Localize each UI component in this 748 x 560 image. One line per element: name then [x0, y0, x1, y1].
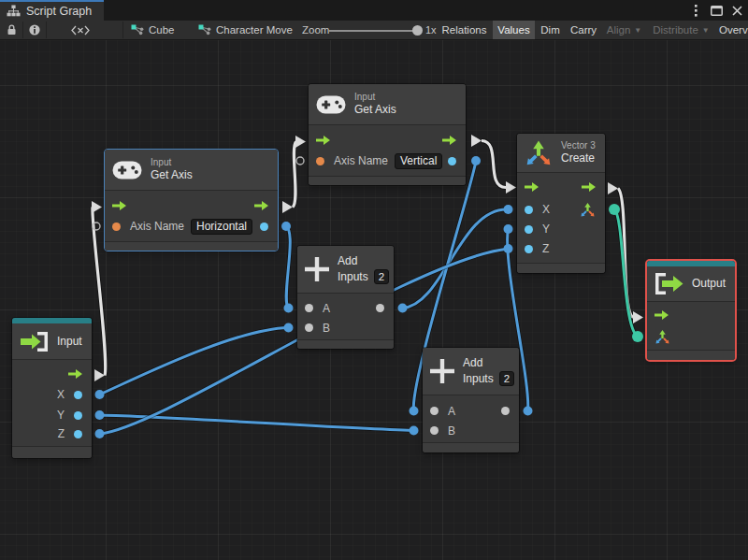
code-preview-button[interactable] [47, 21, 114, 39]
port-dot[interactable] [501, 407, 510, 415]
node-vector3-create[interactable]: Vector 3CreateXYZ [517, 134, 605, 273]
port-label: Y [57, 409, 65, 421]
node-inputs-label: Inputs [463, 372, 494, 386]
port-group-left: Z [525, 243, 549, 254]
node-row: Z [517, 238, 605, 259]
port-label: Z [58, 428, 65, 439]
toolbar-button-carry[interactable]: Carry [566, 21, 601, 39]
node-add-1[interactable]: AddInputs2AB [297, 246, 394, 349]
breadcrumb-label: Cube [149, 24, 175, 36]
port-label: Axis Name [334, 155, 388, 166]
vector3-icon [525, 139, 553, 167]
node-row [517, 177, 605, 197]
port-group-left [316, 136, 330, 145]
node-row: B [297, 318, 394, 338]
info-button[interactable] [23, 21, 46, 39]
port-dot[interactable] [448, 157, 456, 165]
node-header: Vector 3Create [517, 134, 605, 173]
node-get-axis-vertical[interactable]: InputGet AxisAxis NameVertical [309, 84, 466, 185]
port-group-right [68, 369, 82, 379]
port-dot[interactable] [74, 430, 82, 438]
node-row [12, 364, 92, 384]
port-dot[interactable] [316, 157, 324, 165]
node-output[interactable]: Output [647, 261, 735, 360]
zoom-slider-handle[interactable] [412, 25, 423, 36]
breadcrumb-character-move[interactable]: Character Move [198, 21, 293, 39]
close-icon[interactable] [730, 4, 743, 17]
port-dot[interactable] [305, 323, 313, 332]
flow-arrow-icon[interactable] [582, 182, 596, 192]
toolbar-button-overview[interactable]: Overview [716, 21, 748, 39]
port-dot[interactable] [305, 304, 313, 312]
zoom-slider-track[interactable] [329, 30, 421, 32]
node-header-text: Vector 3Create [561, 140, 596, 165]
node-inputs-count-field[interactable]: 2 [499, 371, 514, 386]
graph-icon [198, 24, 211, 36]
port-dot[interactable] [112, 223, 121, 231]
port-dot[interactable] [525, 206, 533, 214]
flow-arrow-icon[interactable] [112, 201, 126, 210]
port-group-left: Axis NameHorizontal [112, 219, 252, 235]
vector3-port-icon[interactable] [654, 329, 670, 345]
maximize-icon[interactable] [710, 4, 723, 17]
node-input[interactable]: InputXYZ [12, 318, 92, 458]
port-group-right: Z [58, 428, 82, 439]
flow-arrow-icon[interactable] [316, 136, 330, 145]
port-group-left [525, 182, 539, 192]
breadcrumb-cube[interactable]: Cube [131, 21, 175, 39]
flow-arrow-icon[interactable] [525, 182, 539, 192]
toolbar-button-distribute[interactable]: Distribute▼ [647, 21, 715, 39]
port-dot[interactable] [74, 411, 82, 420]
flow-arrow-icon[interactable] [442, 136, 456, 145]
flow-arrow-icon[interactable] [254, 201, 268, 210]
node-row [309, 130, 466, 151]
info-icon [29, 24, 40, 36]
port-dot[interactable] [430, 407, 439, 415]
port-value-field[interactable]: Vertical [395, 153, 442, 169]
node-footer [297, 339, 394, 349]
port-dot[interactable] [430, 426, 439, 435]
node-row: Y [517, 219, 605, 239]
port-dot[interactable] [260, 223, 268, 231]
port-group-left: A [430, 406, 455, 417]
toolbar-button-values[interactable]: Values [493, 21, 535, 39]
kebab-menu-icon[interactable] [689, 4, 702, 17]
script-graph-icon [7, 5, 21, 18]
port-value-field[interactable]: Horizontal [191, 219, 252, 235]
node-row [647, 305, 735, 325]
node-row: B [423, 421, 519, 441]
node-title: Add [338, 254, 389, 268]
node-row: Axis NameVertical [309, 151, 466, 171]
toolbar-button-label: Relations [442, 24, 487, 36]
node-header-text: InputGet Axis [151, 157, 193, 182]
node-footer [12, 446, 92, 458]
port-dot[interactable] [525, 245, 533, 253]
node-subtitle: Input [151, 157, 193, 167]
flow-arrow-icon[interactable] [68, 369, 82, 379]
flow-arrow-icon[interactable] [654, 310, 669, 320]
node-subtitle: Vector 3 [561, 140, 596, 151]
node-inputs-count-field[interactable]: 2 [374, 269, 389, 284]
node-layer: InputGet AxisAxis NameVerticalInputGet A… [0, 0, 748, 560]
port-dot[interactable] [525, 225, 533, 234]
lock-button[interactable] [0, 21, 22, 39]
node-title: Get Axis [151, 168, 193, 182]
toolbar-button-dim[interactable]: Dim [536, 21, 565, 39]
port-dot[interactable] [74, 391, 82, 399]
port-label: Y [542, 223, 550, 235]
node-row: Z [12, 424, 92, 444]
toolbar-button-align[interactable]: Align▼ [602, 21, 646, 39]
port-label: Axis Name [130, 221, 184, 232]
tab-script-graph[interactable]: Script Graph [0, 0, 104, 21]
dropdown-arrow-icon: ▼ [634, 26, 641, 35]
node-row: A [297, 298, 394, 319]
toolbar-button-relations[interactable]: Relations [437, 21, 492, 39]
node-get-axis-horizontal[interactable]: InputGet AxisAxis NameHorizontal [105, 150, 278, 251]
vector3-port-icon[interactable] [580, 202, 596, 218]
node-add-2[interactable]: AddInputs2AB [423, 348, 519, 452]
port-dot[interactable] [376, 304, 384, 312]
port-label: B [448, 425, 455, 437]
toolbar-button-label: Dim [540, 24, 559, 36]
port-group-right [254, 201, 268, 210]
node-header: InputGet Axis [309, 84, 466, 125]
